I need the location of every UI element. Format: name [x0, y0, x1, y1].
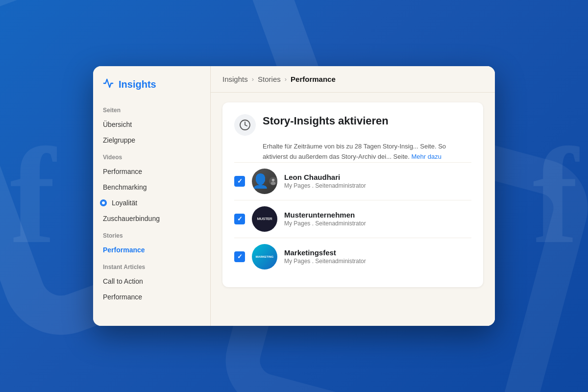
page-item-leon: ✓ Leon Chaudhari My Pages . Seitenadmini… [234, 162, 471, 200]
page-meta-marketing: My Pages . Seitenadministrator [284, 258, 471, 265]
fb-logo-left: f [10, 127, 55, 265]
sidebar-title: Insights [119, 79, 156, 90]
page-name-muster: Musterunternehmen [284, 211, 471, 219]
avatar-marketing: MARKETING [252, 244, 277, 270]
activation-title: Story-Insights aktivieren [263, 114, 389, 128]
page-item-muster: ✓ MUSTER Musterunternehmen My Pages . Se… [234, 200, 471, 238]
checkbox-muster[interactable]: ✓ [234, 214, 245, 224]
sidebar: Insights Seiten Übersicht Zielgruppe Vid… [93, 66, 211, 326]
checkbox-leon[interactable]: ✓ [234, 176, 245, 187]
page-list: ✓ Leon Chaudhari My Pages . Seitenadmini… [234, 162, 471, 275]
sidebar-item-label: Zuschauerbindung [103, 215, 160, 222]
sidebar-item-performance-vid[interactable]: Performance [93, 164, 210, 179]
activation-card: Story-Insights aktivieren Erhalte für Ze… [222, 102, 483, 287]
page-info-leon: Leon Chaudhari My Pages . Seitenadminist… [284, 173, 471, 189]
breadcrumb-sep-2: › [285, 75, 287, 83]
avatar-muster: MUSTER [252, 206, 277, 232]
sidebar-item-loyalitaet[interactable]: Loyalität [93, 195, 210, 211]
breadcrumb-stories[interactable]: Stories [258, 75, 281, 83]
page-item-marketing: ✓ MARKETING Marketingsfest My Pages . Se… [234, 238, 471, 275]
sidebar-item-stories-performance[interactable]: Performance [93, 242, 210, 258]
activation-icon [234, 114, 256, 136]
fb-logo-right: f [533, 127, 578, 265]
page-info-muster: Musterunternehmen My Pages . Seitenadmin… [284, 211, 471, 227]
avatar-leon [252, 169, 277, 194]
section-label-videos: Videos [93, 148, 210, 164]
sidebar-item-label: Benchmarking [103, 183, 147, 191]
section-label-instant-articles: Instant Articles [93, 258, 210, 273]
sidebar-item-zielgruppe[interactable]: Zielgruppe [93, 132, 210, 148]
main-content: Insights › Stories › Performance Story-I… [211, 66, 495, 326]
app-window: Insights Seiten Übersicht Zielgruppe Vid… [93, 66, 495, 326]
page-info-marketing: Marketingsfest My Pages . Seitenadminist… [284, 248, 471, 265]
activation-header: Story-Insights aktivieren [234, 114, 471, 136]
breadcrumb-performance[interactable]: Performance [291, 75, 336, 83]
page-meta-muster: My Pages . Seitenadministrator [284, 220, 471, 227]
sidebar-item-label: Zielgruppe [103, 136, 135, 144]
page-name-marketing: Marketingsfest [284, 248, 471, 257]
content-area: Story-Insights aktivieren Erhalte für Ze… [211, 93, 495, 326]
active-indicator-dot [101, 200, 106, 205]
sidebar-header: Insights [93, 78, 210, 101]
sidebar-item-call-to-action[interactable]: Call to Action [93, 273, 210, 289]
checkbox-marketing[interactable]: ✓ [234, 251, 245, 262]
sidebar-item-label: Loyalität [112, 199, 137, 207]
sidebar-item-label: Performance [103, 293, 142, 301]
mehr-dazu-link[interactable]: Mehr dazu [411, 153, 441, 160]
insights-icon [103, 78, 114, 91]
sidebar-item-label: Performance [103, 246, 145, 254]
sidebar-item-performance-ia[interactable]: Performance [93, 289, 210, 305]
sidebar-item-benchmarking[interactable]: Benchmarking [93, 179, 210, 195]
section-label-stories: Stories [93, 226, 210, 242]
section-label-seiten: Seiten [93, 101, 210, 117]
page-meta-leon: My Pages . Seitenadministrator [284, 182, 471, 189]
sidebar-item-zuschauerbindung[interactable]: Zuschauerbindung [93, 211, 210, 226]
svg-point-2 [272, 179, 275, 182]
breadcrumb-sep-1: › [252, 75, 254, 83]
sidebar-item-label: Performance [103, 168, 142, 175]
breadcrumb: Insights › Stories › Performance [211, 66, 495, 93]
page-name-leon: Leon Chaudhari [284, 173, 471, 181]
sidebar-item-uebersicht[interactable]: Übersicht [93, 117, 210, 132]
activation-desc: Erhalte für Zeiträume von bis zu 28 Tage… [234, 142, 471, 162]
svg-point-3 [271, 182, 275, 185]
sidebar-item-label: Call to Action [103, 277, 143, 285]
breadcrumb-insights[interactable]: Insights [222, 75, 248, 83]
sidebar-item-label: Übersicht [103, 121, 132, 128]
